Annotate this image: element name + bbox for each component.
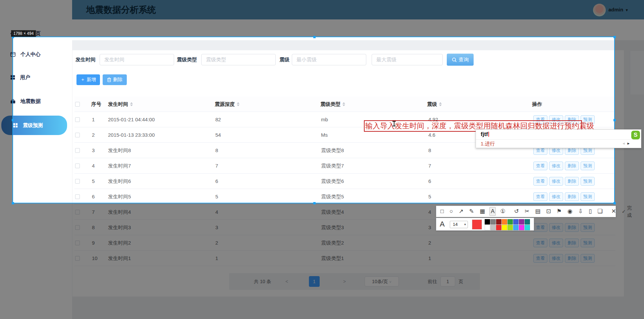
palette-color[interactable] (485, 219, 490, 225)
col-header-depth[interactable]: 震源深度 (215, 97, 239, 112)
ocr-icon[interactable]: ⊡ (545, 207, 552, 216)
palette-color[interactable] (507, 219, 513, 225)
cell-type: 震级类型7 (321, 158, 344, 174)
ime-popup: fjtf 1.进行2.朝廷3.十里香大酒坊4.韩德5.博时行业轮动 ◂▸ S (476, 129, 641, 148)
cell-time: 发生时间7 (108, 158, 131, 174)
filter-magnitude-label: 震级 (279, 54, 289, 65)
sort-icon (439, 102, 442, 106)
palette-color[interactable] (519, 225, 524, 230)
col-header-magnitude[interactable]: 震级 (427, 97, 442, 112)
bookmark-icon[interactable]: ❏ (596, 207, 604, 216)
delete-button[interactable]: 删除 (103, 74, 127, 85)
ellipse-tool-icon[interactable]: ○ (448, 207, 454, 216)
dim-overlay-left (0, 37, 13, 203)
arrow-tool-icon[interactable]: ↗ (458, 207, 465, 216)
cell-time: 发生时间5 (108, 189, 131, 204)
current-color-swatch[interactable] (472, 219, 482, 230)
cell-time: 2015-01-21 04:44:00 (108, 112, 155, 127)
cell-index: 1 (92, 112, 95, 127)
col-header-time[interactable]: 发生时间 (108, 97, 133, 112)
sidebar-item-label: 个人中心 (20, 51, 41, 58)
selection-resize-handle[interactable] (313, 202, 316, 204)
rect-tool-icon[interactable]: □ (439, 207, 445, 216)
filter-time-input[interactable]: 发生时间 (100, 54, 174, 65)
filter-magnitude-min-input[interactable]: 最小震级 (292, 54, 366, 65)
plus-icon: ＋ (80, 77, 85, 83)
sidebar-item-label: 地震数据 (20, 98, 41, 105)
trash-icon (107, 77, 111, 82)
cell-type: 震级类型8 (321, 143, 344, 158)
row-checkbox[interactable] (75, 148, 80, 153)
palette-color[interactable] (513, 219, 519, 225)
row-checkbox[interactable] (75, 194, 80, 199)
filter-type-label: 震级类型 (177, 54, 197, 65)
pin-icon[interactable]: ⚑ (555, 207, 563, 216)
cell-time: 发生时间6 (108, 174, 131, 189)
translate-icon[interactable]: ▤ (534, 207, 542, 216)
record-icon[interactable]: ◉ (566, 207, 574, 216)
done-icon[interactable]: ✓完成 (621, 203, 633, 219)
cell-depth: 54 (215, 127, 221, 143)
palette-color[interactable] (507, 225, 513, 230)
mosaic-tool-icon[interactable]: ▦ (478, 207, 486, 216)
undo-icon[interactable]: ↺ (513, 207, 520, 216)
row-checkbox[interactable] (75, 133, 80, 137)
ime-next-page-icon[interactable]: ▸ (627, 141, 630, 146)
sort-icon (130, 102, 133, 106)
done-label: 完成 (627, 204, 632, 219)
text-cursor (392, 121, 396, 127)
sidebar-item-label: 震级预测 (23, 122, 43, 129)
cell-magnitude: 7 (428, 158, 431, 174)
sidebar-item-label: 用户 (20, 74, 30, 81)
filter-magnitude-max-input[interactable]: 最大震级 (372, 54, 443, 65)
palette-color[interactable] (490, 225, 496, 230)
select-all-checkbox[interactable] (75, 102, 80, 107)
selection-resize-handle[interactable] (313, 36, 316, 38)
font-size-select[interactable]: 14▾ (450, 221, 468, 228)
selection-resize-handle[interactable] (613, 119, 616, 121)
palette-color[interactable] (513, 225, 519, 230)
palette-color[interactable] (490, 219, 496, 225)
row-checkbox[interactable] (75, 179, 80, 184)
search-button[interactable]: 查询 (447, 54, 474, 66)
cell-type: Ms (321, 127, 328, 143)
palette-color[interactable] (485, 225, 490, 230)
palette-color[interactable] (525, 219, 530, 225)
color-palette (485, 219, 530, 230)
to-device-icon[interactable]: ▯ (587, 207, 593, 216)
save-icon[interactable]: ⇩ (577, 207, 584, 216)
cancel-icon[interactable]: ✕ (610, 207, 617, 216)
palette-color[interactable] (525, 225, 530, 230)
cell-depth: 5 (215, 189, 218, 204)
palette-color[interactable] (519, 219, 524, 225)
crop-icon[interactable]: ✂ (523, 207, 531, 216)
palette-color[interactable] (502, 219, 507, 225)
ime-prev-page-icon[interactable]: ◂ (623, 141, 625, 146)
palette-color[interactable] (496, 219, 501, 225)
step-number-tool-icon[interactable]: ① (499, 207, 506, 216)
row-checkbox[interactable] (75, 117, 80, 122)
selection-resize-handle[interactable] (12, 202, 14, 204)
snip-text-options-toolbar: A 14▾ (436, 218, 534, 231)
cell-index: 6 (92, 189, 95, 204)
selection-resize-handle[interactable] (613, 36, 616, 38)
ime-caret (488, 132, 489, 137)
dim-overlay-top (0, 0, 644, 37)
palette-color[interactable] (496, 225, 501, 230)
screenshot-capture-screen: 系统首页个人中心用户地震数据震级预测 地震数据分析系统 admin▼ 首页 震级… (0, 0, 644, 319)
col-header-type[interactable]: 震级类型 (320, 97, 345, 112)
pencil-tool-icon[interactable]: ✎ (468, 207, 475, 216)
text-tool-icon[interactable]: A (489, 207, 496, 216)
sort-icon (237, 102, 239, 106)
filter-type-input[interactable]: 震级类型 (201, 54, 276, 65)
cell-type: 震级类型6 (321, 174, 344, 189)
cell-index: 4 (92, 158, 95, 174)
search-icon (452, 57, 457, 62)
col-header-index[interactable]: 序号 (91, 97, 101, 112)
selection-resize-handle[interactable] (12, 119, 14, 121)
add-button[interactable]: ＋新增 (76, 74, 100, 85)
row-checkbox[interactable] (75, 164, 80, 168)
table-header: 序号 发生时间 震源深度 震级类型 震级 操作 (74, 97, 615, 112)
font-icon: A (440, 220, 445, 229)
palette-color[interactable] (502, 225, 507, 230)
